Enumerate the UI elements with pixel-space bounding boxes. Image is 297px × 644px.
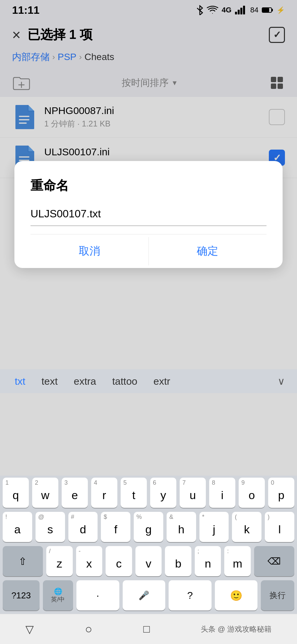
- shift-key[interactable]: ⇧: [3, 546, 43, 576]
- home-button[interactable]: ○: [85, 622, 92, 636]
- key-o[interactable]: 9o: [239, 478, 265, 508]
- emoji-key[interactable]: 🙂: [215, 580, 258, 610]
- key-x[interactable]: -x: [76, 546, 103, 576]
- key-t[interactable]: 5t: [121, 478, 147, 508]
- space-key[interactable]: 🎤: [123, 580, 166, 610]
- keyboard-row-2: !a @s #d $f %g &h *j (k )l: [0, 510, 297, 544]
- key-k[interactable]: (k: [232, 512, 261, 542]
- rename-dialog: 重命名 取消 确定: [14, 161, 283, 268]
- enter-key[interactable]: 换行: [261, 580, 294, 610]
- key-l[interactable]: )l: [265, 512, 294, 542]
- key-i[interactable]: 8i: [209, 478, 235, 508]
- key-q[interactable]: 1q: [3, 478, 29, 508]
- dialog-input-wrap: [31, 205, 266, 226]
- key-g[interactable]: %g: [134, 512, 163, 542]
- expand-autocomplete-icon[interactable]: ∨: [272, 374, 290, 388]
- bottom-nav: ▽ ○ □ 头条 @ 游戏攻略秘籍: [0, 614, 297, 644]
- autocomplete-bar: txt text extra tattoo extr ∨: [0, 369, 297, 393]
- autocomplete-text[interactable]: text: [34, 374, 66, 388]
- numbers-key[interactable]: ?123: [3, 580, 40, 610]
- key-f[interactable]: $f: [101, 512, 130, 542]
- key-h[interactable]: &h: [167, 512, 196, 542]
- key-c[interactable]: c: [106, 546, 132, 576]
- confirm-button[interactable]: 确定: [149, 234, 267, 268]
- dot-key[interactable]: ·: [76, 580, 119, 610]
- dialog-title: 重命名: [31, 177, 266, 194]
- rename-input[interactable]: [31, 205, 266, 226]
- keyboard-row-3: ⇧ /z -x c v b ;n :m ⌫: [0, 544, 297, 578]
- key-a[interactable]: !a: [3, 512, 32, 542]
- key-b[interactable]: b: [165, 546, 191, 576]
- back-button[interactable]: ▽: [25, 623, 34, 636]
- key-r[interactable]: 4r: [91, 478, 117, 508]
- delete-key[interactable]: ⌫: [254, 546, 294, 576]
- question-key[interactable]: ?: [169, 580, 212, 610]
- dialog-actions: 取消 确定: [31, 234, 266, 268]
- recent-button[interactable]: □: [143, 623, 150, 635]
- key-w[interactable]: 2w: [32, 478, 58, 508]
- lang-key[interactable]: 🌐 英/中: [43, 580, 73, 610]
- key-m[interactable]: :m: [224, 546, 251, 576]
- autocomplete-tattoo[interactable]: tattoo: [104, 374, 145, 388]
- key-u[interactable]: 7u: [180, 478, 206, 508]
- key-s[interactable]: @s: [36, 512, 65, 542]
- key-v[interactable]: v: [135, 546, 162, 576]
- key-y[interactable]: 6y: [150, 478, 176, 508]
- autocomplete-extra[interactable]: extra: [66, 374, 104, 388]
- key-j[interactable]: *j: [199, 512, 229, 542]
- watermark: 头条 @ 游戏攻略秘籍: [201, 624, 272, 634]
- key-d[interactable]: #d: [68, 512, 98, 542]
- key-e[interactable]: 3e: [62, 478, 88, 508]
- autocomplete-txt[interactable]: txt: [7, 374, 34, 388]
- keyboard-row-1: 1q 2w 3e 4r 5t 6y 7u 8i 9o 0p: [0, 476, 297, 510]
- key-z[interactable]: /z: [46, 546, 73, 576]
- autocomplete-extr[interactable]: extr: [145, 374, 178, 388]
- keyboard: 1q 2w 3e 4r 5t 6y 7u 8i 9o 0p !a @s #d $…: [0, 476, 297, 614]
- key-n[interactable]: ;n: [195, 546, 221, 576]
- key-p[interactable]: 0p: [268, 478, 294, 508]
- keyboard-row-4: ?123 🌐 英/中 · 🎤 ? 🙂 换行: [0, 578, 297, 614]
- cancel-button[interactable]: 取消: [31, 234, 148, 268]
